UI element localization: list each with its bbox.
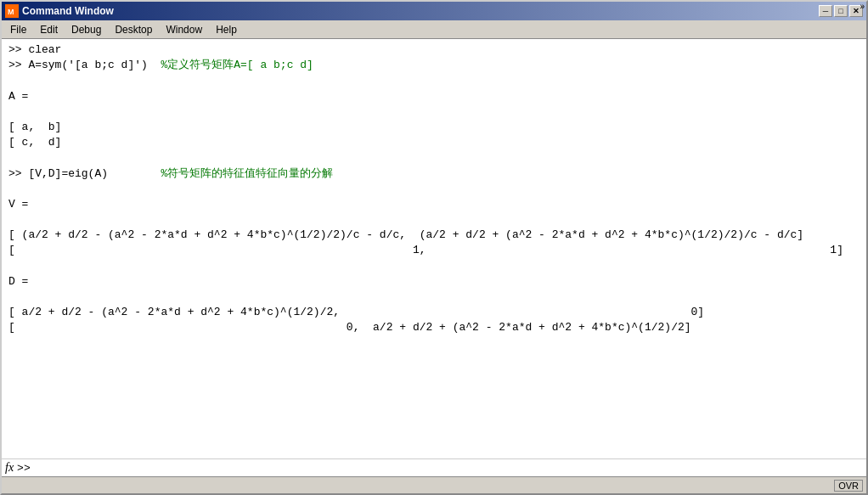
- output-d-eq: D =: [8, 275, 28, 288]
- expand-icon[interactable]: »: [860, 2, 865, 11]
- app-icon: M: [5, 4, 19, 18]
- output-matrix-row2: [ c, d]: [8, 136, 61, 149]
- menu-help[interactable]: Help: [209, 22, 244, 37]
- title-bar: M Command Window ─ □ ✕: [2, 2, 866, 20]
- cmd-asym: A=sym('[a b;c d]'): [28, 59, 147, 71]
- menu-desktop[interactable]: Desktop: [108, 22, 159, 37]
- menu-debug[interactable]: Debug: [65, 22, 108, 37]
- output-matrix-row1: [ a, b]: [8, 121, 61, 133]
- output-a-eq: A =: [8, 90, 28, 103]
- fx-label: fx: [5, 461, 14, 475]
- output-d-row2: [ 0, a/2 + d/2 + (a^2 - 2*a*d + d^2 + 4*…: [8, 321, 691, 334]
- comment-1: %定义符号矩阵A=[ a b;c d]: [148, 59, 313, 71]
- menu-window[interactable]: Window: [159, 22, 209, 37]
- minimize-button[interactable]: ─: [819, 5, 832, 17]
- output-d-row1: [ a/2 + d/2 - (a^2 - 2*a*d + d^2 + 4*b*c…: [8, 306, 704, 318]
- prompt-1: >>: [8, 43, 28, 56]
- prompt-3: >>: [8, 167, 28, 180]
- command-output[interactable]: >> clear >> A=sym('[a b;c d]') %定义符号矩阵A=…: [2, 39, 866, 458]
- output-v-eq: V =: [8, 198, 28, 211]
- cmd-clear: clear: [28, 43, 61, 56]
- prompt-2: >>: [8, 59, 28, 71]
- content-area: >> clear >> A=sym('[a b;c d]') %定义符号矩阵A=…: [2, 39, 866, 476]
- status-bar: OVR: [2, 476, 866, 493]
- menu-file[interactable]: File: [3, 22, 33, 37]
- menu-bar: File Edit Debug Desktop Window Help »: [2, 20, 866, 39]
- cmd-eig: [V,D]=eig(A): [28, 167, 108, 180]
- svg-text:M: M: [8, 8, 14, 16]
- prompt-symbol: >>: [17, 462, 31, 475]
- maximize-button[interactable]: □: [834, 5, 848, 17]
- window-controls: ─ □ ✕: [819, 5, 863, 17]
- output-v-row2: [ 1, 1]: [8, 244, 843, 256]
- fx-prompt-bar: fx >>: [2, 458, 866, 476]
- main-window: M Command Window ─ □ ✕ File Edit Debug D…: [0, 0, 868, 495]
- comment-2: %符号矩阵的特征值特征向量的分解: [108, 167, 333, 180]
- window-title: Command Window: [22, 5, 819, 17]
- output-v-row1: [ (a/2 + d/2 - (a^2 - 2*a*d + d^2 + 4*b*…: [8, 228, 803, 241]
- menu-edit[interactable]: Edit: [33, 22, 65, 37]
- ovr-indicator: OVR: [834, 480, 863, 492]
